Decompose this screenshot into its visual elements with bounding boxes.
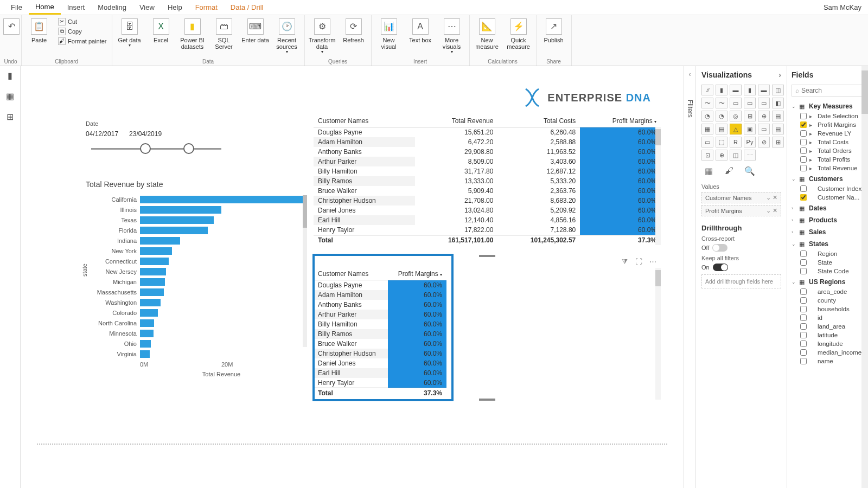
viz-type-19[interactable]: ▤ bbox=[716, 124, 727, 134]
viz-type-15[interactable]: ⊞ bbox=[744, 111, 756, 121]
table-row[interactable]: Billy Ramos13,333.005,333.2060.0% bbox=[314, 176, 661, 186]
field-item[interactable]: ▸Total Orders bbox=[792, 146, 864, 155]
slider-thumb-to[interactable] bbox=[183, 143, 194, 154]
new-visual-button[interactable]: 📊New visual bbox=[375, 16, 403, 50]
table-row[interactable]: Billy Ramos60.0% bbox=[314, 329, 446, 339]
bar-row[interactable]: Florida bbox=[86, 225, 303, 235]
menu-insert[interactable]: Insert bbox=[61, 1, 92, 14]
field-well-customer[interactable]: Customer Names⌄ ✕ bbox=[701, 192, 781, 203]
field-checkbox[interactable] bbox=[800, 314, 807, 321]
fields-tab-icon[interactable]: ▦ bbox=[701, 166, 716, 179]
table-row[interactable]: Arthur Parker60.0% bbox=[314, 310, 446, 319]
publish-button[interactable]: ↗Publish bbox=[540, 16, 568, 43]
menu-help[interactable]: Help bbox=[161, 1, 189, 14]
viz-type-13[interactable]: ◔ bbox=[716, 111, 727, 121]
table-row[interactable]: Bruce Walker60.0% bbox=[314, 339, 446, 349]
viz-type-25[interactable]: ⬚ bbox=[716, 137, 727, 147]
fields-search[interactable]: ⌕ bbox=[792, 85, 864, 97]
field-checkbox[interactable] bbox=[800, 341, 807, 347]
excel-button[interactable]: XExcel bbox=[147, 16, 175, 43]
data-view-icon[interactable]: ▦ bbox=[5, 91, 16, 102]
field-item[interactable]: ▸Date Selection bbox=[792, 112, 864, 120]
format-tab-icon[interactable]: 🖌 bbox=[722, 166, 736, 179]
slicer-to[interactable]: 23/04/2019 bbox=[129, 130, 162, 138]
table-scrollbar[interactable] bbox=[655, 127, 661, 245]
field-item[interactable]: county bbox=[792, 296, 864, 305]
viz-type-1[interactable]: ▮ bbox=[716, 85, 727, 95]
sql-server-button[interactable]: 🗃SQL Server bbox=[210, 16, 238, 50]
table-row[interactable]: Earl Hill12,140.404,856.1660.0% bbox=[314, 215, 661, 225]
table-visual-main[interactable]: Customer NamesTotal RevenueTotal CostsPr… bbox=[314, 115, 661, 245]
field-checkbox[interactable] bbox=[800, 185, 807, 192]
field-checkbox[interactable] bbox=[800, 194, 807, 201]
field-group-states[interactable]: ⌄▦States bbox=[792, 239, 864, 249]
refresh-button[interactable]: ⟳Refresh bbox=[340, 16, 368, 43]
field-item[interactable]: area_code bbox=[792, 287, 864, 296]
bar-row[interactable]: New Jersey bbox=[86, 266, 303, 277]
well-remove-icon[interactable]: ✕ bbox=[773, 207, 777, 214]
resize-handle-bottom[interactable] bbox=[479, 399, 495, 401]
table-row[interactable]: Bruce Walker5,909.402,363.7660.0% bbox=[314, 186, 661, 196]
format-painter-button[interactable]: 🖌Format painter bbox=[56, 37, 108, 46]
field-checkbox[interactable] bbox=[800, 297, 807, 304]
viz-type-17[interactable]: ▤ bbox=[772, 111, 784, 121]
field-checkbox[interactable] bbox=[800, 251, 807, 257]
field-item[interactable]: Region bbox=[792, 249, 864, 258]
field-item[interactable]: median_income bbox=[792, 348, 864, 357]
bar-row[interactable]: Illinois bbox=[86, 204, 303, 215]
field-item[interactable]: latitude bbox=[792, 331, 864, 339]
field-group-dates[interactable]: ›▦Dates bbox=[792, 203, 864, 214]
bar-row[interactable]: Ohio bbox=[86, 338, 303, 349]
menu-modeling[interactable]: Modeling bbox=[91, 1, 133, 14]
expand-filters-icon[interactable]: ‹ bbox=[689, 70, 691, 78]
table-row[interactable]: Arthur Parker8,509.003,403.6060.0% bbox=[314, 157, 661, 166]
viz-type-33[interactable]: ⋯ bbox=[744, 150, 756, 160]
enter-data-button[interactable]: ⌨Enter data bbox=[241, 16, 270, 43]
viz-type-26[interactable]: R bbox=[730, 137, 742, 147]
field-checkbox[interactable] bbox=[800, 156, 807, 163]
collapse-viz-icon[interactable]: › bbox=[778, 70, 781, 79]
cut-button[interactable]: ✂Cut bbox=[56, 17, 108, 26]
field-checkbox[interactable] bbox=[800, 113, 807, 119]
field-checkbox[interactable] bbox=[800, 306, 807, 312]
slider-thumb-from[interactable] bbox=[140, 143, 151, 154]
viz-type-2[interactable]: ▬ bbox=[730, 85, 742, 95]
table2-scrollbar[interactable] bbox=[655, 268, 661, 400]
viz-type-11[interactable]: ◧ bbox=[772, 98, 784, 108]
analytics-tab-icon[interactable]: 🔍 bbox=[743, 166, 757, 179]
more-visuals-button[interactable]: ⋯More visuals▾ bbox=[438, 16, 466, 55]
viz-type-23[interactable]: ▤ bbox=[772, 124, 784, 134]
field-item[interactable]: households bbox=[792, 305, 864, 313]
field-checkbox[interactable] bbox=[800, 147, 807, 154]
menu-file[interactable]: File bbox=[4, 1, 29, 14]
table-visual-selected[interactable]: ⧩ ⛶ ⋯ Customer NamesProfit Margins ▾Doug… bbox=[314, 256, 661, 400]
field-checkbox[interactable] bbox=[800, 165, 807, 171]
report-canvas[interactable]: ENTERPRISE DNA Date 04/12/2017 23/04/201… bbox=[21, 66, 684, 488]
right-scrollbar[interactable] bbox=[861, 66, 868, 488]
well-remove-icon[interactable]: ✕ bbox=[773, 194, 777, 201]
table-row[interactable]: Anthony Banks60.0% bbox=[314, 300, 446, 310]
viz-type-31[interactable]: ⊕ bbox=[716, 150, 727, 160]
chart-scrollbar[interactable] bbox=[303, 195, 307, 347]
bar-row[interactable]: Washington bbox=[86, 297, 303, 307]
report-view-icon[interactable]: ▮ bbox=[5, 70, 16, 81]
recent-sources-button[interactable]: 🕑Recent sources▾ bbox=[273, 16, 301, 55]
bar-row[interactable]: North Carolina bbox=[86, 318, 303, 328]
viz-type-10[interactable]: ▭ bbox=[758, 98, 770, 108]
field-checkbox[interactable] bbox=[800, 259, 807, 266]
menu-datadrill[interactable]: Data / Drill bbox=[224, 1, 270, 14]
date-slicer[interactable]: Date 04/12/2017 23/04/2019 bbox=[86, 120, 238, 154]
field-item[interactable]: State bbox=[792, 258, 864, 267]
viz-type-16[interactable]: ⊕ bbox=[758, 111, 770, 121]
slider-track[interactable] bbox=[91, 143, 221, 154]
col-header[interactable]: Customer Names bbox=[314, 268, 388, 280]
transform-data-button[interactable]: ⚙Transform data▾ bbox=[308, 16, 336, 55]
bar-row[interactable]: Connecticut bbox=[86, 256, 303, 266]
bar-row[interactable]: California bbox=[86, 194, 303, 204]
field-checkbox[interactable] bbox=[800, 121, 807, 128]
bar-row[interactable]: Massachusetts bbox=[86, 287, 303, 297]
viz-type-28[interactable]: ⊘ bbox=[758, 137, 770, 147]
table-row[interactable]: Christopher Hudson21,708.008,683.2060.0% bbox=[314, 196, 661, 206]
viz-type-4[interactable]: ▬ bbox=[758, 85, 770, 95]
field-checkbox[interactable] bbox=[800, 139, 807, 145]
